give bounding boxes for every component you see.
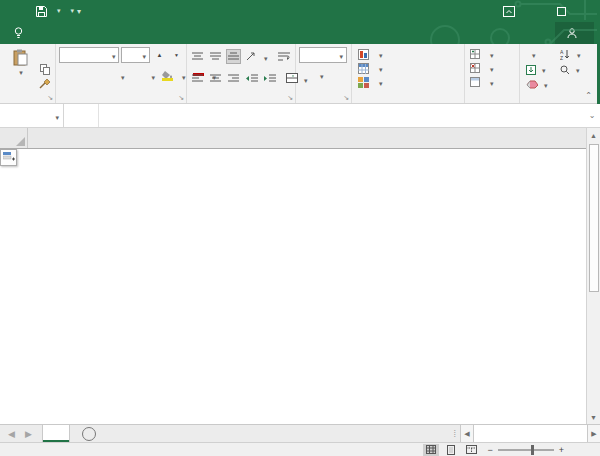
borders-dropdown-icon[interactable] — [150, 66, 156, 84]
sort-filter-button[interactable]: AZ — [560, 48, 594, 62]
decrease-decimal-icon[interactable] — [319, 84, 334, 99]
cut-icon[interactable] — [37, 49, 52, 61]
sheet-tab-sheet1[interactable] — [42, 425, 70, 442]
insert-cells-button[interactable] — [470, 47, 517, 61]
autofill-options-button[interactable] — [0, 149, 17, 166]
shrink-font-icon[interactable]: ▼ — [169, 48, 184, 63]
borders-icon[interactable] — [130, 68, 145, 83]
conditional-formatting-button[interactable] — [358, 47, 462, 61]
cell-styles-icon — [358, 77, 369, 88]
underline-icon[interactable] — [99, 68, 114, 83]
ribbon: ↘ ▲ ▼ — [0, 44, 600, 104]
font-dialog-launcher-icon[interactable]: ↘ — [178, 94, 184, 102]
page-layout-view-icon[interactable] — [443, 444, 459, 456]
paste-button[interactable] — [3, 47, 37, 90]
name-box-dropdown-icon[interactable] — [53, 110, 59, 122]
format-cells-button[interactable] — [470, 75, 517, 89]
format-as-table-button[interactable] — [358, 61, 462, 75]
top-align-icon[interactable] — [190, 49, 205, 64]
percent-style-icon[interactable] — [328, 67, 343, 82]
ribbon-display-options-icon[interactable] — [496, 0, 522, 22]
wrap-text-icon[interactable] — [277, 49, 292, 64]
align-right-icon[interactable] — [226, 71, 241, 86]
formula-input[interactable] — [99, 104, 584, 127]
sheet-nav-right-icon[interactable]: ▶ — [25, 429, 32, 439]
editing-group: AZ ⌃ — [520, 44, 596, 103]
horizontal-scrollbar[interactable]: ◀ ▶ — [460, 425, 600, 442]
zoom-slider[interactable] — [498, 449, 554, 451]
fill-color-icon[interactable] — [160, 68, 175, 83]
middle-align-icon[interactable] — [208, 49, 223, 64]
autosum-button[interactable] — [526, 48, 560, 62]
magnifier-icon — [560, 65, 570, 75]
formula-bar-row: ⌄ — [0, 104, 600, 128]
number-dialog-launcher-icon[interactable]: ↘ — [343, 94, 349, 102]
status-bar: − + — [0, 442, 600, 456]
find-select-button[interactable] — [560, 63, 594, 77]
redo-dropdown-icon: ▾ — [71, 7, 75, 15]
expand-formula-bar-icon[interactable]: ⌄ — [584, 104, 600, 127]
accounting-format-icon[interactable] — [299, 67, 314, 82]
zoom-out-icon[interactable]: − — [487, 445, 492, 455]
number-format-combo[interactable] — [299, 47, 347, 63]
copy-icon[interactable] — [37, 63, 52, 75]
minimize-button[interactable] — [522, 0, 548, 22]
format-as-table-icon — [358, 63, 369, 74]
select-all-button[interactable] — [0, 128, 28, 148]
tell-me-box[interactable] — [4, 22, 39, 44]
fill-button[interactable] — [526, 63, 560, 77]
fill-color-dropdown-icon[interactable] — [180, 66, 186, 84]
save-icon[interactable] — [36, 6, 47, 17]
share-button[interactable] — [555, 22, 594, 44]
orientation-icon[interactable] — [244, 49, 259, 64]
horizontal-scroll-track[interactable] — [474, 425, 587, 442]
format-painter-icon[interactable] — [37, 78, 52, 90]
grow-font-icon[interactable]: ▲ — [152, 48, 167, 63]
bottom-align-icon[interactable] — [226, 49, 241, 64]
font-name-combo[interactable] — [59, 47, 119, 63]
scroll-down-icon[interactable]: ▼ — [587, 410, 600, 424]
zoom-slider-thumb[interactable] — [531, 445, 534, 455]
delete-cells-icon — [470, 63, 480, 73]
normal-view-icon[interactable] — [423, 444, 439, 456]
format-cells-icon — [470, 77, 480, 87]
increase-indent-icon[interactable] — [262, 71, 277, 86]
italic-icon[interactable] — [79, 68, 94, 83]
page-break-view-icon[interactable] — [463, 444, 479, 456]
tab-split-handle[interactable]: ⁞ — [453, 429, 456, 439]
clear-button[interactable] — [526, 78, 560, 92]
worksheet-grid[interactable] — [0, 149, 586, 424]
orientation-dropdown-icon[interactable] — [262, 47, 268, 65]
align-left-icon[interactable] — [190, 71, 205, 86]
vertical-scrollbar[interactable]: ▲ ▼ — [586, 128, 600, 424]
scroll-left-icon[interactable]: ◀ — [461, 425, 474, 442]
scroll-up-icon[interactable]: ▲ — [587, 128, 600, 142]
clipboard-dialog-launcher-icon[interactable]: ↘ — [47, 94, 53, 102]
new-sheet-icon[interactable] — [82, 427, 96, 441]
underline-dropdown-icon[interactable] — [119, 66, 125, 84]
collapse-ribbon-icon[interactable]: ⌃ — [585, 91, 592, 100]
paste-dropdown-icon[interactable] — [17, 66, 23, 77]
decrease-indent-icon[interactable] — [244, 71, 259, 86]
alignment-group: ↘ — [187, 44, 296, 103]
font-size-combo[interactable] — [121, 47, 150, 63]
cell-styles-button[interactable] — [358, 75, 462, 89]
customize-qat-icon[interactable]: ▾ — [77, 7, 81, 16]
center-icon[interactable] — [208, 71, 223, 86]
person-icon — [567, 28, 577, 39]
undo-dropdown-icon[interactable]: ▾ — [57, 7, 61, 15]
excel-window: ▾ ▾ ▾ — [0, 0, 600, 456]
sheet-nav-left-icon[interactable]: ◀ — [8, 429, 15, 439]
increase-decimal-icon[interactable] — [299, 84, 314, 99]
scroll-right-icon[interactable]: ▶ — [587, 425, 600, 442]
bold-icon[interactable] — [59, 68, 74, 83]
vertical-scroll-thumb[interactable] — [589, 144, 599, 292]
column-headers — [0, 128, 586, 149]
alignment-dialog-launcher-icon[interactable]: ↘ — [287, 94, 293, 102]
delete-cells-button[interactable] — [470, 61, 517, 75]
title-bar: ▾ ▾ ▾ — [0, 0, 600, 22]
name-box[interactable] — [0, 104, 64, 127]
accounting-dropdown-icon[interactable] — [318, 65, 324, 83]
zoom-in-icon[interactable]: + — [559, 445, 564, 455]
restore-button[interactable] — [548, 0, 574, 22]
